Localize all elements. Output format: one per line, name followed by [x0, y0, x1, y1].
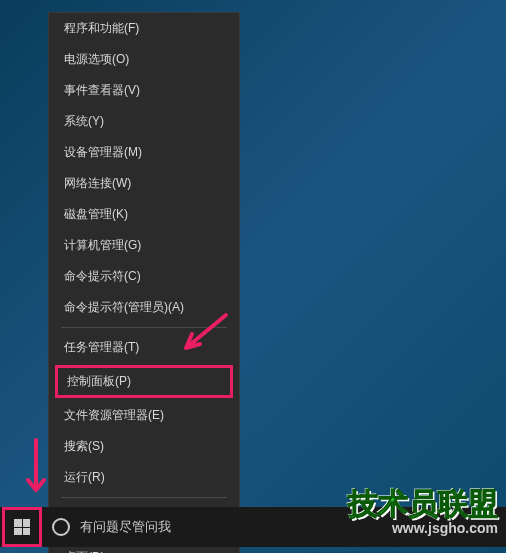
cortana-search[interactable]: 有问题尽管问我	[52, 518, 171, 536]
menu-item-compmgmt[interactable]: 计算机管理(G)	[49, 230, 239, 261]
winx-context-menu: 程序和功能(F) 电源选项(O) 事件查看器(V) 系统(Y) 设备管理器(M)…	[48, 12, 240, 553]
menu-item-cmd[interactable]: 命令提示符(C)	[49, 261, 239, 292]
menu-item-eventviewer[interactable]: 事件查看器(V)	[49, 75, 239, 106]
cortana-placeholder: 有问题尽管问我	[80, 518, 171, 536]
watermark-text: 技术员联盟	[348, 487, 498, 520]
separator	[61, 497, 227, 498]
windows-icon	[14, 519, 30, 535]
menu-item-power[interactable]: 电源选项(O)	[49, 44, 239, 75]
menu-item-cmdadmin[interactable]: 命令提示符(管理员)(A)	[49, 292, 239, 323]
menu-item-network[interactable]: 网络连接(W)	[49, 168, 239, 199]
menu-item-taskmgr[interactable]: 任务管理器(T)	[49, 332, 239, 363]
menu-item-programs[interactable]: 程序和功能(F)	[49, 13, 239, 44]
menu-item-explorer[interactable]: 文件资源管理器(E)	[49, 400, 239, 431]
menu-item-devicemgr[interactable]: 设备管理器(M)	[49, 137, 239, 168]
cortana-icon	[52, 518, 70, 536]
menu-item-controlpanel[interactable]: 控制面板(P)	[55, 365, 233, 398]
menu-item-run[interactable]: 运行(R)	[49, 462, 239, 493]
menu-item-search[interactable]: 搜索(S)	[49, 431, 239, 462]
menu-item-system[interactable]: 系统(Y)	[49, 106, 239, 137]
start-button[interactable]	[2, 507, 42, 547]
menu-item-diskmgmt[interactable]: 磁盘管理(K)	[49, 199, 239, 230]
watermark: 技术员联盟 www.jsgho.com	[348, 489, 498, 535]
separator	[61, 327, 227, 328]
watermark-url: www.jsgho.com	[348, 521, 498, 535]
